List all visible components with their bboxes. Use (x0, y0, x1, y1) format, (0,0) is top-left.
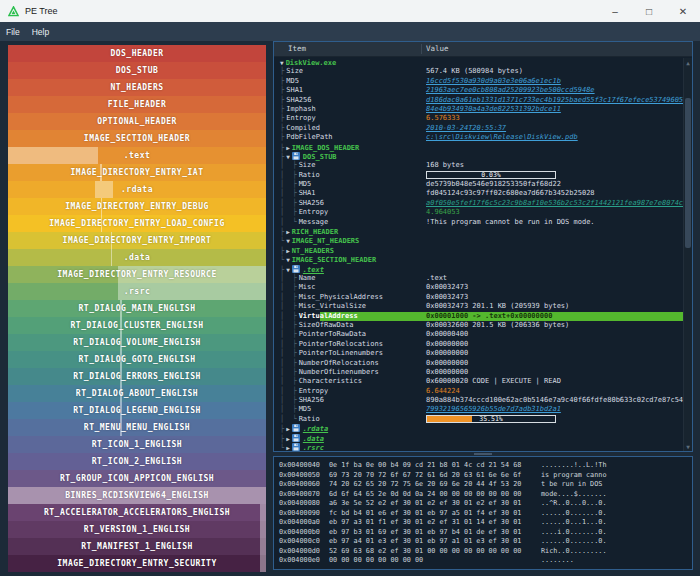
collapsed-arrow-icon[interactable]: ▶ (286, 228, 290, 235)
tree-row[interactable]: │ ├Misc0x00032473 (274, 283, 683, 292)
treemap-item[interactable]: NT_HEADERS (8, 79, 266, 96)
tree-row[interactable]: │ ├Entropy4.964053 (274, 208, 683, 217)
column-splitter[interactable] (421, 44, 422, 54)
treemap-item[interactable]: IMAGE_DIRECTORY_ENTRY_DEBUG (8, 198, 266, 215)
collapsed-arrow-icon[interactable]: ▶ (286, 425, 290, 432)
tree-row[interactable]: ├▶IMAGE_DOS_HEADER (274, 143, 683, 152)
tree-row[interactable]: │ ├SHA256a0f050e5fef17f6c5c23c9b8af10e53… (274, 199, 683, 208)
treemap-item[interactable]: RT_DIALOG_MAIN_ENGLISH (8, 300, 266, 317)
expanded-arrow-icon[interactable]: ▼ (286, 266, 290, 273)
tree-row[interactable]: │ └Ratio35.51% (274, 415, 683, 424)
tree-row[interactable]: │ ├Ratio0.03% (274, 171, 683, 180)
tree-row[interactable]: ├▶.data (274, 434, 683, 443)
treemap-item[interactable]: RT_GROUP_ICON_APPICON_ENGLISH (8, 470, 266, 487)
treemap-item[interactable]: RT_DIALOG_GOTO_ENGLISH (8, 351, 266, 368)
treemap-item[interactable]: RT_DIALOG_VOLUME_ENGLISH (8, 334, 266, 351)
treemap-item[interactable]: .text (8, 147, 266, 164)
tree-item-label[interactable]: .rsrc (303, 444, 324, 451)
scrollbar-thumb[interactable] (685, 98, 691, 248)
save-floppy-icon[interactable] (292, 443, 300, 451)
tree-row[interactable]: │ ├SHA256890a884b374cccd100e62ac0b5146e7… (274, 396, 683, 405)
close-button[interactable]: ✕ (666, 0, 700, 22)
tree-row[interactable]: ├Compiled2010-03-24T20:55:37 (274, 124, 683, 133)
tree-value-link[interactable]: d186dac0a61eb1331d1371c733ec4b1925baed55… (426, 96, 683, 105)
tree-row[interactable]: │ ├MD5de5739b048e546e918253350faf68d22 (274, 180, 683, 189)
tree-row[interactable]: │ ├PointerToLinenumbers0x00000000 (274, 349, 683, 358)
treemap-item[interactable]: DOS_STUB (8, 62, 266, 79)
tree-row[interactable]: │ ├MD579932196565926b55de7d7adb31bd2a1 (274, 405, 683, 414)
tree-row[interactable]: ├Imphash84e4b934930a4a3de822531392bdce11 (274, 105, 683, 114)
tree-row[interactable]: ├▼DOS_STUB (274, 152, 683, 161)
treemap-item[interactable]: .rdata (8, 181, 266, 198)
tree-row[interactable]: ├▶NT_HEADERS (274, 246, 683, 255)
treemap-item[interactable]: RT_ACCELERATOR_ACCELERATORS_ENGLISH (8, 504, 266, 521)
tree-value-link[interactable]: 79932196565926b55de7d7adb31bd2a1 (426, 405, 561, 414)
expanded-arrow-icon[interactable]: ▼ (286, 256, 290, 263)
expanded-arrow-icon[interactable]: ▼ (286, 153, 290, 160)
tree-value-link[interactable]: 21963aec7ee0cb808ad25209923be500ccd5948e (426, 86, 595, 95)
tree-row[interactable]: │ └Message!This program cannot be run in… (274, 218, 683, 227)
treemap-item[interactable]: IMAGE_DIRECTORY_ENTRY_RESOURCE (8, 266, 266, 283)
tree-row[interactable]: ├SHA256d186dac0a61eb1331d1371c733ec4b192… (274, 96, 683, 105)
tree-row[interactable]: │ ├PointerToRawData0x00000400 (274, 330, 683, 339)
tree-row[interactable]: │ ├SizeOfRawData0x00032600 201.5 KB (206… (274, 321, 683, 330)
tree-row[interactable]: └▶.rsrc (274, 443, 683, 451)
tree-item-label[interactable]: .data (303, 435, 324, 443)
scroll-up-icon[interactable]: ▲ (684, 58, 692, 67)
treemap-item[interactable]: RT_DIALOG_LEGEND_ENGLISH (8, 402, 266, 419)
treemap-item[interactable]: RT_DIALOG_CLUSTER_ENGLISH (8, 317, 266, 334)
tree-row[interactable]: ├▶.rdata (274, 424, 683, 433)
treemap-item[interactable]: IMAGE_DIRECTORY_ENTRY_IMPORT (8, 232, 266, 249)
tree-item-label[interactable]: .rdata (303, 425, 328, 433)
treemap-item[interactable]: RT_MENU_MENU_ENGLISH (8, 419, 266, 436)
expanded-arrow-icon[interactable]: ▼ (286, 237, 290, 244)
tree-row[interactable]: │ ├SHA1fd045124c93c97ff02c680ea7d667b345… (274, 189, 683, 198)
treemap-item[interactable]: RT_ICON_2_ENGLISH (8, 453, 266, 470)
tree-scrollbar[interactable]: ▲ ▼ (683, 58, 692, 451)
tree-row[interactable]: │ ├NumberOfRelocations0x00000000 (274, 359, 683, 368)
tree-row[interactable]: │ ├VirtualAddress0x00001000 -> .text+0x0… (274, 312, 683, 321)
collapsed-arrow-icon[interactable]: ▶ (286, 247, 290, 254)
treemap-item[interactable]: IMAGE_DIRECTORY_ENTRY_IAT (8, 164, 266, 181)
treemap-item[interactable]: .rsrc (8, 283, 266, 300)
treemap-item[interactable]: RT_VERSION_1_ENGLISH (8, 521, 266, 538)
panel-splitter[interactable] (273, 452, 693, 455)
tree-row[interactable]: │ ├NumberOfLinenumbers0x00000000 (274, 368, 683, 377)
tree-row[interactable]: ├SHA121963aec7ee0cb808ad25209923be500ccd… (274, 86, 683, 95)
tree-row[interactable]: │ ├Misc_PhysicalAddress0x00032473 (274, 293, 683, 302)
treemap-item[interactable]: RT_ICON_1_ENGLISH (8, 436, 266, 453)
tree-row[interactable]: │ ├Size168 bytes (274, 161, 683, 170)
maximize-button[interactable]: □ (632, 0, 666, 22)
treemap-item[interactable]: IMAGE_DIRECTORY_ENTRY_LOAD_CONFIG (8, 215, 266, 232)
tree-row[interactable]: ▼DiskView.exe (274, 58, 683, 67)
collapsed-arrow-icon[interactable]: ▶ (286, 444, 290, 451)
expanded-arrow-icon[interactable]: ▼ (280, 59, 284, 66)
tree-value-link[interactable]: a0f050e5fef17f6c5c23c9b8af10e536b2c53c2f… (426, 199, 683, 208)
tree-row[interactable]: ├▼.text (274, 265, 683, 274)
treemap-item[interactable]: BINRES_RCDISKVIEW64_ENGLISH (8, 487, 266, 504)
tree-row[interactable]: ├MD516ccd5f530a930d9a03e3e06a6e1ec1b (274, 77, 683, 86)
tree-row[interactable]: ├▶RICH_HEADER (274, 227, 683, 236)
collapsed-arrow-icon[interactable]: ▶ (286, 144, 290, 151)
treemap-item[interactable]: RT_DIALOG_ERRORS_ENGLISH (8, 368, 266, 385)
tree-row[interactable]: │ ├PointerToRelocations0x00000000 (274, 340, 683, 349)
treemap-item[interactable]: RT_MANIFEST_1_ENGLISH (8, 538, 266, 555)
tree-row[interactable]: │ ├Entropy6.644224 (274, 387, 683, 396)
treemap-item[interactable]: FILE_HEADER (8, 96, 266, 113)
tree-row[interactable]: ├PdbFilePathc:\src\Diskview\Release\Disk… (274, 133, 683, 142)
scroll-down-icon[interactable]: ▼ (684, 442, 692, 451)
tree-value-link[interactable]: 2010-03-24T20:55:37 (426, 124, 506, 133)
tree-item-label[interactable]: .text (303, 266, 324, 274)
menu-help[interactable]: Help (26, 27, 55, 37)
treemap-item[interactable]: IMAGE_DIRECTORY_ENTRY_SECURITY (8, 555, 266, 572)
tree-value-link[interactable]: c:\src\Diskview\Release\DiskView.pdb (426, 133, 578, 142)
treemap-item[interactable]: IMAGE_SECTION_HEADER (8, 130, 266, 147)
menu-file[interactable]: File (0, 27, 26, 37)
treemap-item[interactable]: OPTIONAL_HEADER (8, 113, 266, 130)
tree-row[interactable]: ├Entropy6.576333 (274, 114, 683, 123)
tree-value-link[interactable]: 84e4b934930a4a3de822531392bdce11 (426, 105, 561, 114)
tree-row[interactable]: └▼IMAGE_NT_HEADERS (274, 236, 683, 245)
treemap-item[interactable]: .data (8, 249, 266, 266)
tree-row[interactable]: └▼IMAGE_SECTION_HEADER (274, 255, 683, 264)
minimize-button[interactable]: – (598, 0, 632, 22)
